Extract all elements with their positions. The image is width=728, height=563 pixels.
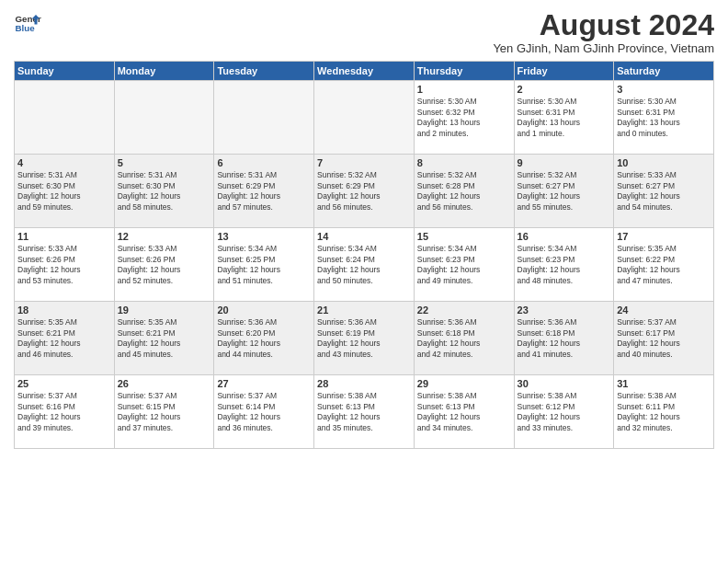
logo-icon: General Blue: [14, 9, 41, 37]
svg-text:Blue: Blue: [16, 23, 36, 33]
month-title: August 2024: [493, 9, 714, 41]
col-friday: Friday: [514, 62, 614, 81]
day-info: Sunrise: 5:38 AM Sunset: 6:12 PM Dayligh…: [518, 391, 611, 433]
calendar-cell: 18Sunrise: 5:35 AM Sunset: 6:21 PM Dayli…: [15, 302, 115, 375]
day-info: Sunrise: 5:32 AM Sunset: 6:29 PM Dayligh…: [317, 170, 411, 213]
day-info: Sunrise: 5:30 AM Sunset: 6:31 PM Dayligh…: [518, 97, 611, 139]
day-number: 18: [17, 304, 111, 316]
day-info: Sunrise: 5:35 AM Sunset: 6:21 PM Dayligh…: [17, 317, 111, 360]
calendar-cell: 20Sunrise: 5:36 AM Sunset: 6:20 PM Dayli…: [214, 302, 314, 375]
calendar-cell: 10Sunrise: 5:33 AM Sunset: 6:27 PM Dayli…: [614, 155, 714, 228]
day-number: 6: [217, 157, 311, 168]
day-info: Sunrise: 5:31 AM Sunset: 6:30 PM Dayligh…: [17, 170, 111, 213]
day-info: Sunrise: 5:36 AM Sunset: 6:20 PM Dayligh…: [217, 317, 311, 360]
calendar-cell: 17Sunrise: 5:35 AM Sunset: 6:22 PM Dayli…: [614, 228, 714, 302]
calendar-cell: 28Sunrise: 5:38 AM Sunset: 6:13 PM Dayli…: [314, 375, 415, 449]
location-subtitle: Yen GJinh, Nam GJinh Province, Vietnam: [493, 41, 714, 55]
day-info: Sunrise: 5:31 AM Sunset: 6:30 PM Dayligh…: [118, 170, 211, 213]
day-number: 17: [617, 231, 711, 242]
calendar-cell: 3Sunrise: 5:30 AM Sunset: 6:31 PM Daylig…: [614, 81, 714, 155]
day-number: 24: [617, 304, 711, 316]
calendar-week-2: 4Sunrise: 5:31 AM Sunset: 6:30 PM Daylig…: [15, 155, 714, 228]
day-number: 21: [317, 304, 411, 316]
calendar-cell: 30Sunrise: 5:38 AM Sunset: 6:12 PM Dayli…: [514, 375, 614, 449]
calendar-cell: 13Sunrise: 5:34 AM Sunset: 6:25 PM Dayli…: [214, 228, 314, 302]
calendar-cell: [15, 81, 115, 155]
day-number: 22: [417, 304, 511, 316]
day-number: 9: [518, 157, 611, 168]
day-info: Sunrise: 5:38 AM Sunset: 6:11 PM Dayligh…: [617, 391, 711, 433]
day-number: 19: [118, 304, 211, 316]
calendar-cell: 19Sunrise: 5:35 AM Sunset: 6:21 PM Dayli…: [114, 302, 214, 375]
calendar-cell: 2Sunrise: 5:30 AM Sunset: 6:31 PM Daylig…: [514, 81, 614, 155]
day-info: Sunrise: 5:37 AM Sunset: 6:16 PM Dayligh…: [17, 391, 111, 433]
day-info: Sunrise: 5:31 AM Sunset: 6:29 PM Dayligh…: [217, 170, 311, 213]
day-number: 2: [518, 84, 611, 95]
day-info: Sunrise: 5:36 AM Sunset: 6:18 PM Dayligh…: [417, 317, 511, 360]
day-info: Sunrise: 5:34 AM Sunset: 6:23 PM Dayligh…: [518, 244, 611, 286]
day-number: 25: [17, 378, 111, 389]
day-info: Sunrise: 5:34 AM Sunset: 6:24 PM Dayligh…: [317, 244, 411, 286]
calendar-cell: 7Sunrise: 5:32 AM Sunset: 6:29 PM Daylig…: [314, 155, 415, 228]
col-saturday: Saturday: [614, 62, 714, 81]
calendar-cell: 15Sunrise: 5:34 AM Sunset: 6:23 PM Dayli…: [414, 228, 514, 302]
day-info: Sunrise: 5:32 AM Sunset: 6:28 PM Dayligh…: [417, 170, 511, 213]
day-number: 5: [118, 157, 211, 168]
day-number: 10: [617, 157, 711, 168]
day-info: Sunrise: 5:35 AM Sunset: 6:21 PM Dayligh…: [118, 317, 211, 360]
day-info: Sunrise: 5:33 AM Sunset: 6:27 PM Dayligh…: [617, 170, 711, 213]
calendar-cell: 9Sunrise: 5:32 AM Sunset: 6:27 PM Daylig…: [514, 155, 614, 228]
day-info: Sunrise: 5:33 AM Sunset: 6:26 PM Dayligh…: [17, 244, 111, 286]
calendar-cell: 21Sunrise: 5:36 AM Sunset: 6:19 PM Dayli…: [314, 302, 415, 375]
calendar-cell: 5Sunrise: 5:31 AM Sunset: 6:30 PM Daylig…: [114, 155, 214, 228]
calendar-cell: 22Sunrise: 5:36 AM Sunset: 6:18 PM Dayli…: [414, 302, 514, 375]
day-info: Sunrise: 5:38 AM Sunset: 6:13 PM Dayligh…: [317, 391, 411, 433]
page: General Blue August 2024 Yen GJinh, Nam …: [0, 0, 728, 563]
calendar-week-3: 11Sunrise: 5:33 AM Sunset: 6:26 PM Dayli…: [15, 228, 714, 302]
day-number: 31: [617, 378, 711, 389]
day-info: Sunrise: 5:30 AM Sunset: 6:31 PM Dayligh…: [617, 97, 711, 139]
calendar-cell: 4Sunrise: 5:31 AM Sunset: 6:30 PM Daylig…: [15, 155, 115, 228]
calendar-cell: 26Sunrise: 5:37 AM Sunset: 6:15 PM Dayli…: [114, 375, 214, 449]
day-number: 7: [317, 157, 411, 168]
title-block: August 2024 Yen GJinh, Nam GJinh Provinc…: [493, 9, 714, 55]
col-thursday: Thursday: [414, 62, 514, 81]
calendar-cell: 27Sunrise: 5:37 AM Sunset: 6:14 PM Dayli…: [214, 375, 314, 449]
day-info: Sunrise: 5:34 AM Sunset: 6:23 PM Dayligh…: [417, 244, 511, 286]
calendar-cell: 12Sunrise: 5:33 AM Sunset: 6:26 PM Dayli…: [114, 228, 214, 302]
day-number: 3: [617, 84, 711, 95]
col-sunday: Sunday: [15, 62, 115, 81]
day-info: Sunrise: 5:34 AM Sunset: 6:25 PM Dayligh…: [217, 244, 311, 286]
logo: General Blue: [14, 9, 41, 37]
calendar-cell: [114, 81, 214, 155]
col-monday: Monday: [114, 62, 214, 81]
day-info: Sunrise: 5:38 AM Sunset: 6:13 PM Dayligh…: [417, 391, 511, 433]
day-number: 1: [417, 84, 511, 95]
header-row: Sunday Monday Tuesday Wednesday Thursday…: [15, 62, 714, 81]
calendar-week-1: 1Sunrise: 5:30 AM Sunset: 6:32 PM Daylig…: [15, 81, 714, 155]
calendar-week-5: 25Sunrise: 5:37 AM Sunset: 6:16 PM Dayli…: [15, 375, 714, 449]
day-info: Sunrise: 5:33 AM Sunset: 6:26 PM Dayligh…: [118, 244, 211, 286]
day-info: Sunrise: 5:36 AM Sunset: 6:18 PM Dayligh…: [518, 317, 611, 360]
day-info: Sunrise: 5:30 AM Sunset: 6:32 PM Dayligh…: [417, 97, 511, 139]
day-number: 23: [518, 304, 611, 316]
day-number: 20: [217, 304, 311, 316]
day-number: 27: [217, 378, 311, 389]
calendar-cell: 1Sunrise: 5:30 AM Sunset: 6:32 PM Daylig…: [414, 81, 514, 155]
day-info: Sunrise: 5:36 AM Sunset: 6:19 PM Dayligh…: [317, 317, 411, 360]
day-number: 26: [118, 378, 211, 389]
calendar-week-4: 18Sunrise: 5:35 AM Sunset: 6:21 PM Dayli…: [15, 302, 714, 375]
calendar-cell: 16Sunrise: 5:34 AM Sunset: 6:23 PM Dayli…: [514, 228, 614, 302]
calendar-cell: 25Sunrise: 5:37 AM Sunset: 6:16 PM Dayli…: [15, 375, 115, 449]
day-number: 30: [518, 378, 611, 389]
day-info: Sunrise: 5:37 AM Sunset: 6:14 PM Dayligh…: [217, 391, 311, 433]
day-number: 11: [17, 231, 111, 242]
day-number: 14: [317, 231, 411, 242]
calendar-cell: [314, 81, 415, 155]
calendar-cell: 31Sunrise: 5:38 AM Sunset: 6:11 PM Dayli…: [614, 375, 714, 449]
calendar-cell: [214, 81, 314, 155]
day-number: 8: [417, 157, 511, 168]
day-info: Sunrise: 5:37 AM Sunset: 6:15 PM Dayligh…: [118, 391, 211, 433]
day-info: Sunrise: 5:35 AM Sunset: 6:22 PM Dayligh…: [617, 244, 711, 286]
calendar-table: Sunday Monday Tuesday Wednesday Thursday…: [14, 61, 714, 449]
